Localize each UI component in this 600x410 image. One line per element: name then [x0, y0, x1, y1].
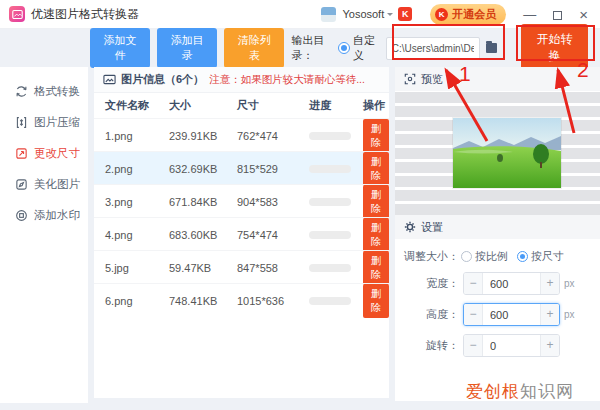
progress-bar	[309, 165, 351, 173]
cell-filename: 4.png	[105, 229, 169, 241]
vip-badge-icon: K	[398, 7, 412, 21]
width-unit: px	[564, 278, 575, 289]
browse-folder-icon[interactable]	[486, 43, 497, 53]
watermark-icon	[15, 209, 28, 222]
rotate-minus-button[interactable]: −	[464, 335, 483, 356]
title-left: 优速图片格式转换器	[9, 6, 139, 23]
cell-size: 683.60KB	[169, 229, 237, 241]
col-progress: 进度	[309, 98, 363, 113]
width-label: 宽度：	[395, 276, 459, 291]
watermark-part-2: 知识网	[520, 382, 574, 401]
app-window: 优速图片格式转换器 Yososoft K K 开通会员 — × 添加文件 添加目…	[0, 0, 600, 410]
account-name[interactable]: Yososoft	[342, 8, 384, 20]
start-convert-button[interactable]: 开始转换	[521, 24, 588, 72]
height-plus-button[interactable]: +	[540, 304, 559, 325]
site-watermark: 爱创根知识网	[466, 380, 574, 403]
sidebar-item-label: 更改尺寸	[34, 146, 80, 161]
title-bar-actions: Yososoft K K 开通会员 — ×	[321, 4, 588, 25]
table-row[interactable]: 3.png 671.84KB 904*583 删除	[94, 184, 389, 217]
image-info-icon	[103, 73, 116, 86]
output-path-input[interactable]	[386, 37, 480, 60]
minimize-button[interactable]: —	[523, 8, 536, 21]
main-area: 格式转换 图片压缩 更改尺寸 美化图片 添加水印 图片信息	[0, 67, 600, 409]
height-label: 高度：	[395, 307, 459, 322]
rotate-label: 旋转：	[395, 338, 459, 353]
rotate-row: 旋转： − +	[395, 334, 590, 357]
table-row[interactable]: 6.png 748.41KB 1015*636 删除	[94, 283, 389, 316]
cell-size: 239.91KB	[169, 130, 237, 142]
preview-image[interactable]	[453, 118, 561, 188]
delete-button[interactable]: 删除	[363, 119, 389, 153]
beautify-icon	[15, 178, 28, 191]
progress-bar	[309, 231, 351, 239]
table-row[interactable]: 2.png 632.69KB 815*529 删除	[94, 151, 389, 184]
cell-filename: 3.png	[105, 196, 169, 208]
rotate-input[interactable]	[483, 340, 540, 352]
delete-button[interactable]: 删除	[363, 218, 389, 252]
compress-icon	[15, 116, 28, 129]
file-list-header: 图片信息（6个） 注意：如果图片较大请耐心等待...	[94, 67, 389, 93]
cell-dimensions: 847*558	[237, 262, 309, 274]
table-row[interactable]: 5.jpg 59.47KB 847*558 删除	[94, 250, 389, 283]
add-file-button[interactable]: 添加文件	[90, 28, 150, 68]
sidebar-item-label: 美化图片	[34, 177, 80, 192]
height-minus-button[interactable]: −	[464, 304, 483, 325]
open-vip-label: 开通会员	[452, 7, 496, 22]
settings-header: 设置	[395, 215, 600, 239]
rotate-stepper: − +	[463, 334, 560, 357]
custom-output-label: 自定义	[353, 33, 380, 63]
cell-size: 671.84KB	[169, 196, 237, 208]
table-row[interactable]: 4.png 683.60KB 754*474 删除	[94, 217, 389, 250]
cell-filename: 1.png	[105, 130, 169, 142]
sidebar-item-beautify[interactable]: 美化图片	[0, 169, 88, 200]
avatar[interactable]	[321, 7, 336, 22]
sidebar-item-compress[interactable]: 图片压缩	[0, 107, 88, 138]
rotate-plus-button[interactable]: +	[540, 335, 559, 356]
chevron-down-icon[interactable]	[387, 13, 393, 19]
output-directory-label: 输出目录：	[291, 33, 336, 63]
add-directory-button[interactable]: 添加目录	[157, 28, 217, 68]
gear-icon	[404, 221, 416, 233]
convert-icon	[15, 85, 28, 98]
delete-button[interactable]: 删除	[363, 185, 389, 219]
custom-output-radio[interactable]	[338, 42, 350, 54]
close-button[interactable]: ×	[579, 7, 588, 22]
progress-bar	[309, 297, 351, 305]
maximize-button[interactable]	[553, 8, 562, 21]
col-actions: 操作	[363, 98, 389, 113]
sidebar-item-format-convert[interactable]: 格式转换	[0, 76, 88, 107]
table-row[interactable]: 1.png 239.91KB 762*474 删除	[94, 118, 389, 151]
progress-bar	[309, 198, 351, 206]
height-stepper: − +	[463, 303, 560, 326]
cell-size: 59.47KB	[169, 262, 237, 274]
delete-button[interactable]: 删除	[363, 284, 389, 318]
sidebar-item-watermark[interactable]: 添加水印	[0, 200, 88, 231]
delete-button[interactable]: 删除	[363, 251, 389, 285]
width-minus-button[interactable]: −	[464, 273, 483, 294]
cell-size: 632.69KB	[169, 163, 237, 175]
cell-filename: 5.jpg	[105, 262, 169, 274]
sidebar-item-resize[interactable]: 更改尺寸	[0, 138, 88, 169]
file-list-panel: 图片信息（6个） 注意：如果图片较大请耐心等待... 文件名称 大小 尺寸 进度…	[94, 67, 389, 398]
output-directory-group: 输出目录： 自定义 开始转换	[291, 24, 588, 72]
height-input[interactable]	[483, 309, 540, 321]
resize-mode-row: 调整大小： 按比例 按尺寸	[395, 249, 590, 264]
cell-dimensions: 815*529	[237, 163, 309, 175]
app-title: 优速图片格式转换器	[31, 6, 139, 23]
app-logo-icon	[9, 6, 25, 22]
col-size: 大小	[169, 98, 237, 113]
width-input[interactable]	[483, 278, 540, 290]
cell-dimensions: 1015*636	[237, 295, 309, 307]
preview-canvas	[395, 91, 600, 215]
preview-header: 预览	[395, 67, 600, 91]
resize-icon	[15, 147, 28, 160]
clear-list-button[interactable]: 清除列表	[224, 28, 284, 68]
delete-button[interactable]: 删除	[363, 152, 389, 186]
col-dimensions: 尺寸	[237, 98, 309, 113]
width-plus-button[interactable]: +	[540, 273, 559, 294]
open-vip-button[interactable]: K 开通会员	[430, 4, 506, 25]
sidebar-item-label: 添加水印	[34, 208, 80, 223]
by-ratio-radio[interactable]	[461, 251, 472, 262]
by-size-radio[interactable]	[517, 251, 528, 262]
by-size-label: 按尺寸	[531, 249, 564, 264]
